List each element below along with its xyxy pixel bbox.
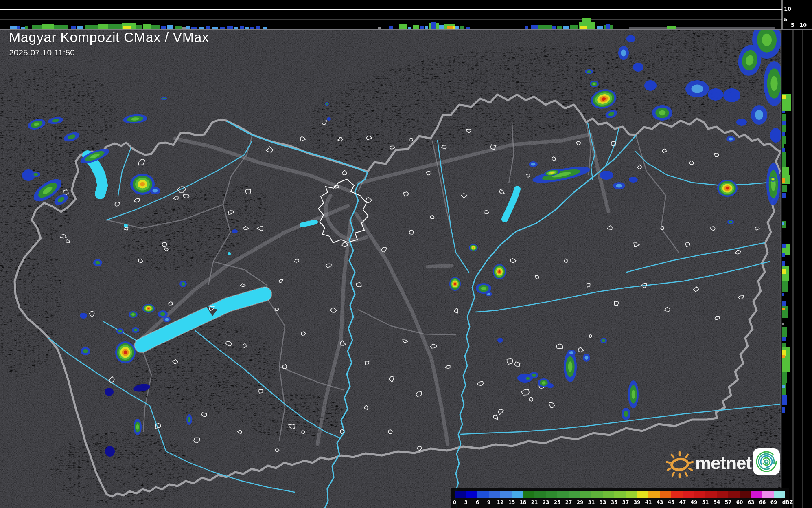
right-profile-segment — [782, 306, 788, 318]
right-profile-panel — [782, 29, 812, 508]
colorbar-cell — [557, 491, 569, 498]
echo-cell — [766, 163, 780, 205]
right-profile-segment — [782, 162, 786, 167]
top-profile-segment — [552, 26, 556, 29]
top-profile-segment — [143, 24, 151, 29]
sun-icon — [664, 447, 694, 480]
right-profile-segment — [782, 111, 785, 113]
top-profile-segment — [227, 26, 233, 29]
right-profile-segment — [782, 372, 787, 383]
colorbar-tick-label: 57 — [725, 499, 732, 505]
right-profile-segment — [782, 323, 784, 325]
top-axis-label-10: 10 — [784, 6, 791, 11]
top-profile-segment — [123, 26, 131, 29]
right-profile-segment — [782, 253, 785, 257]
top-profile-segment — [399, 24, 407, 29]
echo-cell — [600, 338, 607, 343]
colorbar-cell — [591, 491, 603, 498]
top-profile-segment — [557, 26, 562, 29]
right-profile-segment — [782, 185, 787, 192]
side-axis-label-5: 5 — [791, 22, 794, 28]
top-profile-segment — [431, 22, 436, 29]
colorbar-tick-label: 27 — [565, 499, 572, 505]
top-profile-segment — [240, 26, 244, 29]
profile-axis-corner — [782, 0, 812, 29]
logo-wordmark: metnet — [695, 453, 751, 473]
colorbar-cell — [534, 491, 546, 498]
colorbar-tick-label: 15 — [508, 499, 515, 505]
right-profile-segment — [782, 385, 785, 388]
top-profile-segment — [538, 25, 552, 29]
echo-cell — [583, 354, 590, 362]
colorbar-tick-label: 45 — [668, 499, 675, 505]
app-icon — [753, 448, 780, 475]
colorbar-tick-label: 43 — [657, 499, 663, 505]
top-profile-segment — [570, 25, 578, 29]
echo-cell — [116, 328, 124, 334]
colorbar-cell — [671, 491, 683, 498]
colorbar-tick-label: 33 — [600, 499, 606, 505]
colorbar-cell — [728, 491, 740, 498]
colorbar-cell — [660, 491, 671, 498]
top-profile-segment — [17, 26, 20, 29]
echo-cell — [134, 419, 142, 435]
right-profile-segment — [782, 156, 786, 162]
top-profile-segment — [186, 26, 190, 29]
echo-cell — [186, 414, 192, 425]
colorbar-tick-label: 31 — [588, 499, 595, 505]
colorbar-unit-label: dBZ — [782, 499, 793, 505]
echo-cell — [530, 372, 538, 378]
top-profile-segment — [54, 25, 68, 29]
colorbar-cell — [694, 491, 705, 498]
right-profile-segment — [782, 144, 784, 148]
echo-cell — [81, 347, 90, 355]
colorbar-cell — [603, 491, 614, 498]
echo-cell — [736, 119, 747, 126]
colorbar-cell — [637, 491, 648, 498]
echo-cell — [179, 281, 187, 287]
top-profile-segment — [667, 26, 676, 29]
right-profile-segment — [782, 327, 787, 337]
colorbar-tick-label: 21 — [531, 499, 538, 505]
echo-cell — [567, 350, 576, 356]
right-profile-segment — [782, 281, 788, 292]
echo-cell — [161, 97, 167, 100]
colorbar-cell — [477, 491, 489, 498]
top-profile-segment — [98, 24, 108, 29]
top-profile-segment — [151, 25, 160, 29]
colorbar-cell — [614, 491, 626, 498]
top-profile-segment — [161, 26, 166, 29]
top-profile-segment — [10, 26, 17, 29]
colorbar-tick-label: 37 — [622, 499, 629, 505]
top-profile-segment — [71, 26, 76, 29]
colorbar-tick-label: 18 — [520, 499, 527, 505]
echo-cell — [105, 388, 114, 396]
radar-app-window: Magyar Kompozit CMax / VMax 2025.07.10 1… — [0, 0, 812, 508]
echo-cell — [629, 177, 638, 183]
colorbar-cell — [489, 491, 500, 498]
right-profile-segment — [782, 114, 786, 121]
spiral-icon — [753, 448, 780, 475]
top-profile-segment — [32, 25, 42, 29]
echo-cell — [163, 317, 171, 322]
top-profile-segment — [531, 25, 538, 29]
colorbar-tick-label: 3 — [464, 499, 468, 505]
right-profile-segment — [782, 407, 785, 413]
colorbar-tick-label: 66 — [759, 499, 766, 505]
top-profile-segment — [389, 26, 393, 29]
colorbar-cell — [762, 491, 774, 498]
top-profile-segment — [425, 26, 428, 29]
echo-cell — [751, 105, 767, 125]
echo-cell — [493, 264, 506, 279]
colorbar-tick-label: 12 — [497, 499, 504, 505]
colorbar-tick-label: 23 — [543, 499, 549, 505]
top-profile-segment — [206, 26, 210, 29]
colorbar-cells — [455, 491, 785, 498]
colorbar-cell — [648, 491, 660, 498]
echo-cell — [613, 182, 625, 189]
top-profile-segment — [606, 24, 610, 29]
colorbar-tick-label: 41 — [645, 499, 652, 505]
top-profile-segment — [136, 25, 142, 29]
right-profile-segment — [782, 178, 785, 183]
colorbar-tick-label: 35 — [611, 499, 618, 505]
